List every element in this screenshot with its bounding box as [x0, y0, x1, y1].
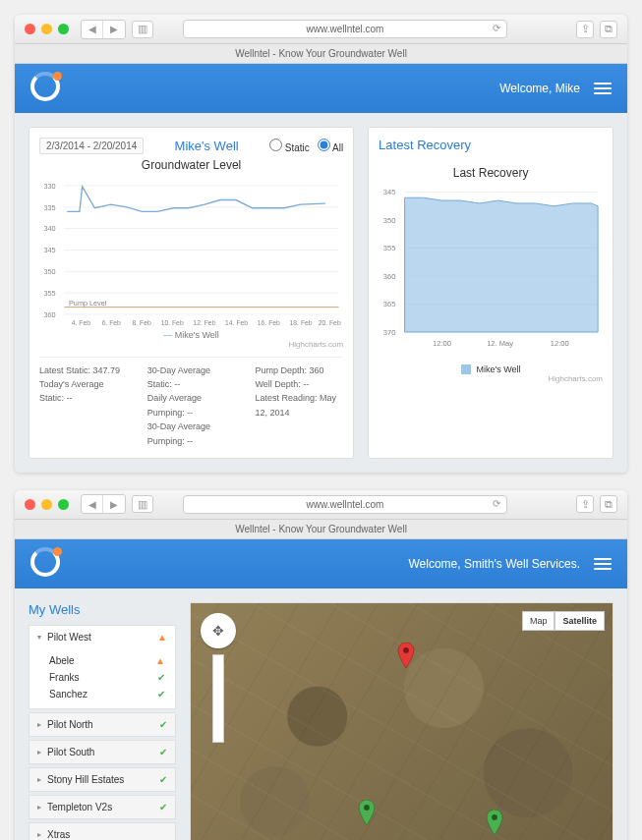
forward-icon[interactable]: ▶	[103, 495, 125, 513]
well-group-stony-hill[interactable]: ▸Stony Hill Estates✔	[29, 768, 175, 791]
map-pin-green-2[interactable]	[486, 810, 503, 835]
back-icon[interactable]: ◀	[82, 495, 103, 513]
svg-text:12:00: 12:00	[551, 339, 569, 348]
maximize-window-icon[interactable]	[58, 499, 69, 510]
close-window-icon[interactable]	[25, 499, 35, 510]
well-group-xtras[interactable]: ▸Xtras	[29, 823, 175, 840]
browser-window-1: ◀ ▶ ▥ www.wellntel.com ⟳ ⇪ ⧉ Wellntel - …	[15, 15, 627, 473]
stat-daily-pump: Daily Average Pumping: --	[147, 391, 236, 420]
svg-text:18. Feb: 18. Feb	[290, 319, 313, 326]
check-icon: ✔	[157, 689, 165, 700]
svg-text:Level: Level	[379, 248, 380, 265]
check-icon: ✔	[159, 802, 167, 812]
well-group-pilot-north[interactable]: ▸Pilot North✔	[29, 713, 175, 736]
refresh-icon[interactable]: ⟳	[493, 498, 500, 509]
maximize-window-icon[interactable]	[58, 24, 69, 34]
nav-buttons: ◀ ▶	[81, 20, 126, 39]
map-pin-red[interactable]	[397, 643, 415, 668]
recovery-panel: Latest Recovery Last Recovery 345 350 35…	[368, 127, 613, 459]
map-zoom-slider[interactable]	[212, 654, 224, 743]
sidebar-toggle-icon[interactable]: ▥	[132, 21, 153, 38]
minimize-window-icon[interactable]	[41, 24, 52, 34]
stat-latest-reading: Latest Reading: May 12, 2014	[255, 391, 343, 420]
url-text: www.wellntel.com	[307, 499, 384, 510]
browser-window-2: ◀ ▶ ▥ www.wellntel.com ⟳ ⇪ ⧉ Wellntel - …	[15, 490, 627, 840]
refresh-icon[interactable]: ⟳	[493, 23, 500, 33]
svg-point-42	[403, 647, 409, 653]
check-icon: ✔	[159, 747, 167, 757]
browser-chrome: ◀ ▶ ▥ www.wellntel.com ⟳ ⇪ ⧉	[15, 490, 627, 520]
svg-text:16. Feb: 16. Feb	[258, 319, 280, 326]
svg-text:365: 365	[383, 300, 396, 308]
address-bar[interactable]: www.wellntel.com ⟳	[183, 495, 507, 514]
radio-static[interactable]: Static	[269, 139, 310, 153]
well-item-sanchez[interactable]: Sanchez✔	[49, 686, 165, 702]
date-range-display[interactable]: 2/3/2014 - 2/20/2014	[39, 138, 144, 154]
url-text: www.wellntel.com	[307, 24, 384, 34]
nav-buttons: ◀ ▶	[81, 494, 126, 514]
page-content: 2/3/2014 - 2/20/2014 Mike's Well Static …	[15, 113, 627, 473]
svg-text:355: 355	[44, 289, 56, 298]
well-item-franks[interactable]: Franks✔	[49, 669, 165, 686]
menu-icon[interactable]	[594, 558, 612, 570]
minimize-window-icon[interactable]	[41, 499, 52, 510]
share-icon[interactable]: ⇪	[576, 21, 594, 38]
well-item-abele[interactable]: Abele▲	[49, 652, 165, 669]
check-icon: ✔	[159, 719, 167, 730]
svg-text:10. Feb: 10. Feb	[161, 319, 184, 326]
well-group-header[interactable]: ▾ Pilot West ▲	[29, 626, 175, 648]
recovery-credit: Highcharts.com	[379, 374, 603, 383]
svg-point-43	[364, 805, 370, 811]
well-group-templeton[interactable]: ▸Templeton V2s✔	[29, 796, 175, 818]
address-bar[interactable]: www.wellntel.com ⟳	[183, 20, 507, 38]
warning-icon: ▲	[157, 632, 167, 643]
stat-30d-pump: 30-Day Average Pumping: --	[147, 420, 236, 448]
map-pin-green-1[interactable]	[358, 800, 376, 825]
svg-text:12:00: 12:00	[433, 339, 451, 348]
warning-icon: ▲	[155, 655, 165, 666]
traffic-lights	[25, 24, 69, 34]
my-wells-title: My Wells	[29, 602, 176, 617]
recovery-title: Latest Recovery	[379, 138, 603, 152]
groundwater-chart: 330 335 340 345 350 355 360 Level Pump L…	[39, 176, 343, 328]
caret-right-icon: ▸	[37, 720, 41, 729]
map-type-map[interactable]: Map	[522, 611, 555, 631]
map-pan-control[interactable]: ✥	[201, 613, 236, 648]
tabs-icon[interactable]: ⧉	[600, 495, 617, 513]
svg-text:8. Feb: 8. Feb	[133, 319, 151, 326]
svg-text:350: 350	[44, 267, 56, 276]
wellntel-logo[interactable]	[30, 72, 64, 105]
stat-latest-static: Latest Static: 347.79	[39, 364, 128, 377]
forward-icon[interactable]: ▶	[103, 21, 125, 38]
check-icon: ✔	[159, 774, 167, 785]
tab-title: Wellntel - Know Your Groundwater Well	[15, 520, 627, 539]
traffic-lights	[25, 499, 69, 510]
svg-text:345: 345	[383, 188, 396, 196]
page-content: My Wells ▾ Pilot West ▲ Abele▲ Franks✔ S…	[15, 588, 627, 840]
back-icon[interactable]: ◀	[82, 21, 103, 38]
well-list: ▾ Pilot West ▲ Abele▲ Franks✔ Sanchez✔ ▸…	[29, 625, 176, 840]
stat-pump-depth: Pump Depth: 360	[255, 364, 343, 377]
svg-text:6. Feb: 6. Feb	[102, 319, 121, 326]
svg-text:370: 370	[383, 328, 396, 337]
share-icon[interactable]: ⇪	[576, 495, 594, 513]
chart-legend: — Mike's Well	[39, 330, 343, 340]
well-group-pilot-west: ▾ Pilot West ▲ Abele▲ Franks✔ Sanchez✔	[29, 625, 176, 709]
well-group-pilot-south[interactable]: ▸Pilot South✔	[29, 741, 175, 763]
map-type-satellite[interactable]: Satellite	[554, 611, 605, 631]
tabs-icon[interactable]: ⧉	[600, 21, 617, 38]
svg-text:350: 350	[383, 216, 396, 225]
stat-30d-static: 30-Day Average Static: --	[147, 364, 236, 392]
svg-point-44	[492, 814, 497, 820]
recovery-legend: Mike's Well	[379, 364, 603, 374]
well-name-title: Mike's Well	[144, 139, 269, 153]
caret-right-icon: ▸	[37, 803, 41, 812]
wellntel-logo[interactable]	[30, 547, 64, 581]
check-icon: ✔	[157, 672, 165, 683]
tab-title: Wellntel - Know Your Groundwater Well	[15, 44, 627, 64]
sidebar-toggle-icon[interactable]: ▥	[132, 495, 153, 513]
menu-icon[interactable]	[594, 83, 612, 94]
close-window-icon[interactable]	[25, 24, 35, 34]
radio-all[interactable]: All	[318, 139, 343, 153]
map-view[interactable]: ✥ Map Satellite Google Map data ©2014	[190, 602, 613, 840]
